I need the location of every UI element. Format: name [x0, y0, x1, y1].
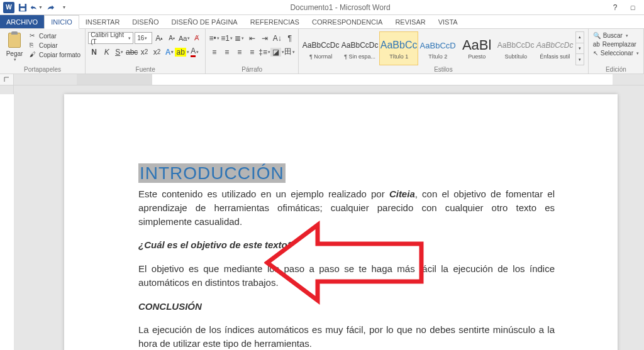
vertical-ruler[interactable] [0, 85, 14, 350]
format-painter-button[interactable]: 🖌Copiar formato [28, 50, 82, 59]
align-justify-button[interactable]: ≡ [246, 46, 258, 58]
app-icon[interactable]: W [3, 1, 15, 14]
gallery-scroll-up[interactable]: ▴ [576, 32, 584, 43]
doc-paragraph-1[interactable]: Este contenido es utilizado en un ejempl… [138, 187, 555, 228]
font-size-combo[interactable]: 16▾ [135, 32, 152, 44]
document-canvas[interactable]: INTRODUCCIÓN Este contenido es utilizado… [14, 85, 644, 350]
doc-conclusion-heading[interactable]: CONCLUSIÓN [138, 300, 555, 314]
group-clipboard-label: Portapapeles [3, 65, 82, 74]
tab-design[interactable]: DISEÑO [126, 15, 165, 28]
ruler-corner[interactable] [0, 74, 14, 85]
tab-review[interactable]: REVISAR [389, 15, 431, 28]
group-editing: 🔍Buscar▾ abReemplazar ↖Seleccionar▾ Edic… [589, 29, 644, 74]
help-button[interactable]: ? [608, 2, 623, 13]
cut-label: Cortar [39, 33, 57, 40]
save-icon [18, 3, 27, 12]
shrink-font-button[interactable]: A▾ [166, 32, 177, 44]
font-color-button[interactable]: A▾ [189, 46, 201, 58]
copy-icon: ⎘ [30, 41, 37, 49]
redo-icon [46, 4, 55, 11]
page-1[interactable]: INTRODUCCIÓN Este contenido es utilizado… [64, 94, 618, 350]
ribbon-options-button[interactable]: ▢ [625, 2, 640, 13]
font-name-combo[interactable]: Calibri Light (T▾ [88, 32, 133, 44]
scissors-icon: ✂ [30, 32, 37, 40]
bullets-button[interactable]: ≡•▾ [208, 32, 220, 44]
line-spacing-button[interactable]: ‡≡▾ [258, 46, 270, 58]
numbering-button[interactable]: ≡1▾ [221, 32, 233, 44]
replace-button[interactable]: abReemplazar [591, 40, 641, 48]
group-paragraph: ≡•▾ ≡1▾ ≣▾ ⇤ ⇥ A↓ ¶ ≡ ≡ ≡ ≡ ‡≡▾ ◪▾ 田▾ [206, 29, 299, 74]
tab-selector-icon [4, 77, 10, 83]
subscript-button[interactable]: x2 [138, 46, 150, 58]
replace-icon: ab [593, 41, 600, 48]
title-bar: W ▼ ▾ Documento1 - Microsoft Word ? ▢ [0, 0, 644, 15]
doc-paragraph-2[interactable]: El objetivo es que mediante los paso a p… [138, 262, 555, 290]
style-heading1[interactable]: AaBbCcTítulo 1 [379, 31, 418, 65]
horizontal-ruler[interactable] [14, 74, 644, 85]
group-styles-label: Estilos [301, 65, 586, 74]
cursor-icon: ↖ [593, 50, 598, 57]
style-normal[interactable]: AaBbCcDc¶ Normal [301, 31, 340, 65]
align-center-button[interactable]: ≡ [221, 46, 233, 58]
copy-button[interactable]: ⎘Copiar [28, 41, 82, 50]
grow-font-button[interactable]: A▴ [153, 32, 165, 44]
paste-icon [6, 33, 23, 49]
clear-formatting-button[interactable]: A̸ [191, 32, 203, 44]
sort-button[interactable]: A↓ [271, 32, 283, 44]
undo-button[interactable]: ▼ [30, 1, 43, 14]
format-label: Copiar formato [39, 52, 80, 58]
paste-label: Pegar [6, 50, 23, 57]
doc-paragraph-3[interactable]: La ejecución de los índices automáticos … [138, 323, 555, 350]
italic-button[interactable]: K [101, 46, 113, 58]
doc-question-heading[interactable]: ¿Cuál es el objetivo de este texto? [138, 238, 555, 252]
group-font-label: Fuente [88, 65, 203, 74]
cut-button[interactable]: ✂Cortar [28, 31, 82, 40]
select-button[interactable]: ↖Seleccionar▾ [591, 49, 641, 57]
align-left-button[interactable]: ≡ [208, 46, 220, 58]
style-no-spacing[interactable]: AaBbCcDc¶ Sin espa... [340, 31, 379, 65]
doc-heading-1[interactable]: INTRODUCCIÓN [138, 163, 555, 183]
borders-button[interactable]: 田▾ [284, 46, 296, 58]
tab-home[interactable]: INICIO [44, 15, 79, 29]
tab-layout[interactable]: DISEÑO DE PÁGINA [165, 15, 244, 28]
shading-button[interactable]: ◪▾ [271, 46, 283, 58]
change-case-button[interactable]: Aa▾ [179, 32, 190, 44]
align-right-button[interactable]: ≡ [233, 46, 245, 58]
tab-view[interactable]: VISTA [432, 15, 464, 28]
copy-label: Copiar [39, 42, 57, 49]
document-area: INTRODUCCIÓN Este contenido es utilizado… [0, 85, 644, 350]
strikethrough-button[interactable]: abc [126, 46, 138, 58]
style-subtitle[interactable]: AaBbCcDcSubtítulo [496, 31, 535, 65]
style-heading2[interactable]: AaBbCcDTítulo 2 [418, 31, 457, 65]
ruler-bar [0, 74, 644, 85]
style-title[interactable]: AaBlPuesto [457, 31, 496, 65]
ribbon-tabs: ARCHIVO INICIO INSERTAR DISEÑO DISEÑO DE… [0, 15, 644, 29]
svg-rect-1 [21, 3, 25, 6]
svg-rect-2 [21, 8, 25, 10]
highlight-button[interactable]: ab▾ [176, 46, 188, 58]
tab-mail[interactable]: CORRESPONDENCIA [306, 15, 389, 28]
save-button[interactable] [16, 1, 29, 14]
multilevel-button[interactable]: ≣▾ [233, 32, 245, 44]
tab-insert[interactable]: INSERTAR [79, 15, 126, 28]
show-marks-button[interactable]: ¶ [284, 32, 296, 44]
quick-access-toolbar: W ▼ ▾ [0, 1, 73, 14]
gallery-scroll-down[interactable]: ▾ [576, 43, 584, 55]
paste-button[interactable]: Pegar ▾ [3, 30, 26, 62]
decrease-indent-button[interactable]: ⇤ [246, 32, 258, 44]
style-subtle-emphasis[interactable]: AaBbCcDcÉnfasis sutil [535, 31, 574, 65]
increase-indent-button[interactable]: ⇥ [258, 32, 270, 44]
group-clipboard: Pegar ▾ ✂Cortar ⎘Copiar 🖌Copiar formato … [0, 29, 86, 74]
superscript-button[interactable]: x2 [151, 46, 163, 58]
underline-button[interactable]: S▾ [113, 46, 125, 58]
gallery-expand[interactable]: ▾ [576, 54, 584, 65]
window-title: Documento1 - Microsoft Word [73, 3, 608, 12]
tab-file[interactable]: ARCHIVO [0, 15, 44, 28]
redo-button[interactable] [44, 1, 57, 14]
bold-button[interactable]: N [88, 46, 100, 58]
find-button[interactable]: 🔍Buscar▾ [591, 31, 641, 40]
group-editing-label: Edición [591, 65, 641, 74]
qat-customize[interactable]: ▾ [58, 1, 70, 14]
tab-references[interactable]: REFERENCIAS [244, 15, 306, 28]
text-effects-button[interactable]: A▾ [164, 46, 175, 58]
